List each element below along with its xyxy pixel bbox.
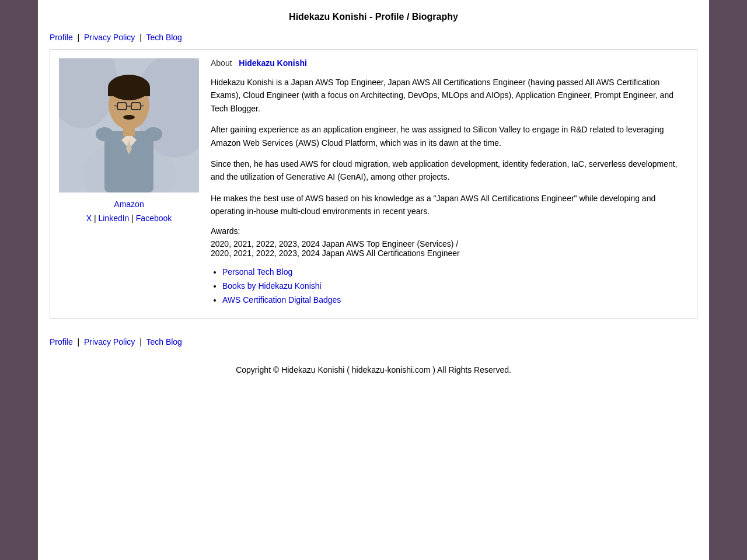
svg-point-12 (123, 115, 135, 120)
main-content: Amazon X | LinkedIn | Facebook About Hid… (50, 49, 697, 318)
bottom-nav-privacy-link[interactable]: Privacy Policy (84, 337, 135, 346)
about-label: About (211, 58, 232, 68)
top-nav: Profile | Privacy Policy | Tech Blog (38, 28, 709, 49)
bottom-nav-separator-2: | (139, 337, 142, 346)
books-link[interactable]: Books by Hidekazu Konishi (222, 281, 322, 290)
bio-paragraph-3: Since then, he has used AWS for cloud mi… (211, 158, 688, 184)
bottom-nav-techblog-link[interactable]: Tech Blog (146, 337, 181, 346)
profile-right-column: About Hidekazu Konishi Hidekazu Konishi … (211, 58, 688, 309)
nav-privacy-link[interactable]: Privacy Policy (84, 33, 135, 42)
svg-rect-6 (108, 88, 150, 96)
svg-rect-18 (123, 127, 135, 136)
awards-label: Awards: (211, 226, 688, 236)
list-item: AWS Certification Digital Badges (222, 295, 688, 304)
nav-profile-link[interactable]: Profile (50, 33, 73, 42)
award-line-1: 2020, 2021, 2022, 2023, 2024 Japan AWS T… (211, 239, 688, 249)
social-x-link[interactable]: X (86, 214, 92, 223)
profile-amazon-link-container: Amazon (114, 200, 144, 209)
svg-point-16 (96, 127, 113, 141)
nav-separator-1: | (78, 33, 80, 42)
bottom-nav: Profile | Privacy Policy | Tech Blog (38, 330, 709, 354)
profile-layout: Amazon X | LinkedIn | Facebook About Hid… (59, 58, 688, 309)
profile-left-column: Amazon X | LinkedIn | Facebook (59, 58, 199, 309)
footer-text: Copyright © Hidekazu Konishi ( hidekazu-… (236, 365, 511, 374)
list-item: Books by Hidekazu Konishi (222, 281, 688, 290)
nav-techblog-link[interactable]: Tech Blog (146, 33, 181, 42)
social-linkedin-link[interactable]: LinkedIn (98, 214, 129, 223)
bottom-nav-profile-link[interactable]: Profile (50, 337, 73, 346)
amazon-link[interactable]: Amazon (114, 200, 144, 209)
svg-line-10 (114, 106, 117, 106)
list-item: Personal Tech Blog (222, 267, 688, 276)
awards-section: Awards: 2020, 2021, 2022, 2023, 2024 Jap… (211, 226, 688, 258)
social-separator-2: | (131, 214, 134, 223)
svg-line-11 (141, 106, 144, 106)
about-name: Hidekazu Konishi (239, 58, 307, 68)
about-line: About Hidekazu Konishi (211, 58, 688, 68)
bottom-nav-separator-1: | (78, 337, 80, 346)
page-title: Hidekazu Konishi - Profile / Biography (38, 0, 709, 28)
bio-paragraph-1: Hidekazu Konishi is a Japan AWS Top Engi… (211, 76, 688, 115)
profile-links-list: Personal Tech Blog Books by Hidekazu Kon… (211, 267, 688, 304)
profile-photo (59, 58, 199, 192)
personal-blog-link[interactable]: Personal Tech Blog (222, 267, 292, 276)
svg-point-17 (145, 127, 162, 141)
social-links-container: X | LinkedIn | Facebook (86, 214, 172, 223)
footer: Copyright © Hidekazu Konishi ( hidekazu-… (38, 354, 709, 392)
aws-badges-link[interactable]: AWS Certification Digital Badges (222, 295, 341, 304)
bio-paragraph-2: After gaining experience as an applicati… (211, 123, 688, 149)
social-facebook-link[interactable]: Facebook (136, 214, 172, 223)
social-separator-1: | (94, 214, 96, 223)
bio-paragraph-4: He makes the best use of AWS based on hi… (211, 192, 688, 218)
award-line-2: 2020, 2021, 2022, 2023, 2024 Japan AWS A… (211, 249, 688, 258)
nav-separator-2: | (139, 33, 142, 42)
